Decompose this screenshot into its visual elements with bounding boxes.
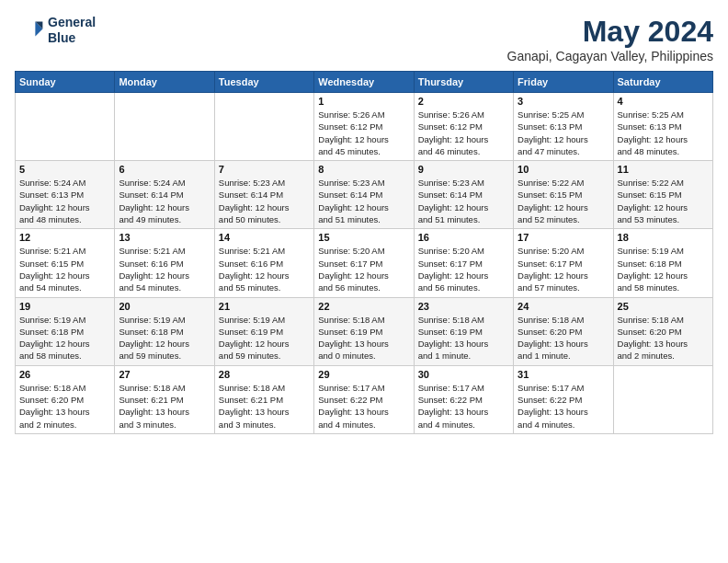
calendar-cell: 20Sunrise: 5:19 AM Sunset: 6:18 PM Dayli… xyxy=(115,297,214,365)
calendar-cell: 25Sunrise: 5:18 AM Sunset: 6:20 PM Dayli… xyxy=(613,297,712,365)
cell-info: Sunrise: 5:17 AM Sunset: 6:22 PM Dayligh… xyxy=(318,382,409,431)
cell-info: Sunrise: 5:18 AM Sunset: 6:19 PM Dayligh… xyxy=(318,314,409,362)
cell-info: Sunrise: 5:26 AM Sunset: 6:12 PM Dayligh… xyxy=(418,109,509,157)
cell-info: Sunrise: 5:21 AM Sunset: 6:16 PM Dayligh… xyxy=(219,245,310,293)
date-number: 10 xyxy=(518,164,609,175)
calendar-cell: 30Sunrise: 5:17 AM Sunset: 6:22 PM Dayli… xyxy=(414,365,513,433)
cell-info: Sunrise: 5:19 AM Sunset: 6:18 PM Dayligh… xyxy=(618,245,709,293)
cell-info: Sunrise: 5:24 AM Sunset: 6:13 PM Dayligh… xyxy=(19,177,110,225)
calendar-cell: 17Sunrise: 5:20 AM Sunset: 6:17 PM Dayli… xyxy=(514,229,613,297)
calendar-cell: 13Sunrise: 5:21 AM Sunset: 6:16 PM Dayli… xyxy=(115,229,214,297)
calendar-cell: 6Sunrise: 5:24 AM Sunset: 6:14 PM Daylig… xyxy=(115,161,214,229)
date-number: 31 xyxy=(518,369,609,380)
calendar-cell: 16Sunrise: 5:20 AM Sunset: 6:17 PM Dayli… xyxy=(414,229,513,297)
cell-info: Sunrise: 5:21 AM Sunset: 6:16 PM Dayligh… xyxy=(119,245,210,293)
calendar-cell: 3Sunrise: 5:25 AM Sunset: 6:13 PM Daylig… xyxy=(514,93,613,161)
date-number: 15 xyxy=(318,232,409,243)
date-number: 29 xyxy=(318,369,409,380)
calendar-cell: 2Sunrise: 5:26 AM Sunset: 6:12 PM Daylig… xyxy=(414,93,513,161)
day-header-wednesday: Wednesday xyxy=(314,72,414,93)
cell-info: Sunrise: 5:23 AM Sunset: 6:14 PM Dayligh… xyxy=(219,177,310,225)
date-number: 8 xyxy=(318,164,409,175)
week-row-4: 19Sunrise: 5:19 AM Sunset: 6:18 PM Dayli… xyxy=(16,297,713,365)
date-number: 7 xyxy=(219,164,310,175)
week-row-3: 12Sunrise: 5:21 AM Sunset: 6:15 PM Dayli… xyxy=(16,229,713,297)
calendar-cell: 12Sunrise: 5:21 AM Sunset: 6:15 PM Dayli… xyxy=(16,229,115,297)
calendar-cell: 29Sunrise: 5:17 AM Sunset: 6:22 PM Dayli… xyxy=(314,365,414,433)
days-header-row: SundayMondayTuesdayWednesdayThursdayFrid… xyxy=(16,72,713,93)
calendar-title: May 2024 xyxy=(507,15,713,49)
cell-info: Sunrise: 5:17 AM Sunset: 6:22 PM Dayligh… xyxy=(518,382,609,431)
cell-info: Sunrise: 5:19 AM Sunset: 6:18 PM Dayligh… xyxy=(19,314,110,362)
calendar-cell: 10Sunrise: 5:22 AM Sunset: 6:15 PM Dayli… xyxy=(514,161,613,229)
week-row-1: 1Sunrise: 5:26 AM Sunset: 6:12 PM Daylig… xyxy=(16,93,713,161)
calendar-cell: 15Sunrise: 5:20 AM Sunset: 6:17 PM Dayli… xyxy=(314,229,414,297)
date-number: 4 xyxy=(618,96,709,107)
date-number: 11 xyxy=(618,164,709,175)
date-number: 3 xyxy=(518,96,609,107)
cell-info: Sunrise: 5:18 AM Sunset: 6:20 PM Dayligh… xyxy=(518,314,609,362)
cell-info: Sunrise: 5:18 AM Sunset: 6:20 PM Dayligh… xyxy=(19,382,110,431)
date-number: 23 xyxy=(418,301,509,312)
date-number: 5 xyxy=(19,164,110,175)
calendar-cell: 9Sunrise: 5:23 AM Sunset: 6:14 PM Daylig… xyxy=(414,161,513,229)
date-number: 6 xyxy=(119,164,210,175)
date-number: 22 xyxy=(318,301,409,312)
calendar-cell xyxy=(214,93,313,161)
calendar-cell xyxy=(16,93,115,161)
date-number: 14 xyxy=(219,232,310,243)
date-number: 27 xyxy=(119,369,210,380)
header: General Blue May 2024 Ganapi, Cagayan Va… xyxy=(15,15,713,63)
date-number: 16 xyxy=(418,232,509,243)
cell-info: Sunrise: 5:19 AM Sunset: 6:19 PM Dayligh… xyxy=(219,314,310,362)
calendar-cell: 28Sunrise: 5:18 AM Sunset: 6:21 PM Dayli… xyxy=(214,365,313,433)
cell-info: Sunrise: 5:23 AM Sunset: 6:14 PM Dayligh… xyxy=(418,177,509,225)
calendar-cell: 24Sunrise: 5:18 AM Sunset: 6:20 PM Dayli… xyxy=(514,297,613,365)
calendar-cell: 8Sunrise: 5:23 AM Sunset: 6:14 PM Daylig… xyxy=(314,161,414,229)
cell-info: Sunrise: 5:25 AM Sunset: 6:13 PM Dayligh… xyxy=(618,109,709,157)
cell-info: Sunrise: 5:24 AM Sunset: 6:14 PM Dayligh… xyxy=(119,177,210,225)
calendar-cell: 18Sunrise: 5:19 AM Sunset: 6:18 PM Dayli… xyxy=(613,229,712,297)
calendar-subtitle: Ganapi, Cagayan Valley, Philippines xyxy=(507,49,713,63)
cell-info: Sunrise: 5:18 AM Sunset: 6:21 PM Dayligh… xyxy=(119,382,210,431)
date-number: 20 xyxy=(119,301,210,312)
cell-info: Sunrise: 5:19 AM Sunset: 6:18 PM Dayligh… xyxy=(119,314,210,362)
calendar-cell: 4Sunrise: 5:25 AM Sunset: 6:13 PM Daylig… xyxy=(613,93,712,161)
calendar-cell: 7Sunrise: 5:23 AM Sunset: 6:14 PM Daylig… xyxy=(214,161,313,229)
date-number: 24 xyxy=(518,301,609,312)
date-number: 13 xyxy=(119,232,210,243)
logo: General Blue xyxy=(15,15,96,46)
title-area: May 2024 Ganapi, Cagayan Valley, Philipp… xyxy=(507,15,713,63)
date-number: 1 xyxy=(318,96,409,107)
date-number: 21 xyxy=(219,301,310,312)
day-header-friday: Friday xyxy=(514,72,613,93)
cell-info: Sunrise: 5:20 AM Sunset: 6:17 PM Dayligh… xyxy=(518,245,609,293)
calendar-cell: 1Sunrise: 5:26 AM Sunset: 6:12 PM Daylig… xyxy=(314,93,414,161)
cell-info: Sunrise: 5:26 AM Sunset: 6:12 PM Dayligh… xyxy=(318,109,409,157)
day-header-monday: Monday xyxy=(115,72,214,93)
calendar-cell: 5Sunrise: 5:24 AM Sunset: 6:13 PM Daylig… xyxy=(16,161,115,229)
calendar-cell: 14Sunrise: 5:21 AM Sunset: 6:16 PM Dayli… xyxy=(214,229,313,297)
calendar-cell: 27Sunrise: 5:18 AM Sunset: 6:21 PM Dayli… xyxy=(115,365,214,433)
cell-info: Sunrise: 5:18 AM Sunset: 6:21 PM Dayligh… xyxy=(219,382,310,431)
cell-info: Sunrise: 5:20 AM Sunset: 6:17 PM Dayligh… xyxy=(418,245,509,293)
cell-info: Sunrise: 5:17 AM Sunset: 6:22 PM Dayligh… xyxy=(418,382,509,431)
calendar-cell: 19Sunrise: 5:19 AM Sunset: 6:18 PM Dayli… xyxy=(16,297,115,365)
day-header-tuesday: Tuesday xyxy=(214,72,313,93)
calendar-cell xyxy=(115,93,214,161)
day-header-sunday: Sunday xyxy=(16,72,115,93)
calendar-cell: 11Sunrise: 5:22 AM Sunset: 6:15 PM Dayli… xyxy=(613,161,712,229)
cell-info: Sunrise: 5:20 AM Sunset: 6:17 PM Dayligh… xyxy=(318,245,409,293)
calendar-table: SundayMondayTuesdayWednesdayThursdayFrid… xyxy=(15,71,713,434)
date-number: 19 xyxy=(19,301,110,312)
cell-info: Sunrise: 5:23 AM Sunset: 6:14 PM Dayligh… xyxy=(318,177,409,225)
date-number: 9 xyxy=(418,164,509,175)
logo-icon xyxy=(15,16,44,45)
date-number: 26 xyxy=(19,369,110,380)
cell-info: Sunrise: 5:21 AM Sunset: 6:15 PM Dayligh… xyxy=(19,245,110,293)
calendar-cell: 31Sunrise: 5:17 AM Sunset: 6:22 PM Dayli… xyxy=(514,365,613,433)
week-row-2: 5Sunrise: 5:24 AM Sunset: 6:13 PM Daylig… xyxy=(16,161,713,229)
calendar-cell: 26Sunrise: 5:18 AM Sunset: 6:20 PM Dayli… xyxy=(16,365,115,433)
date-number: 18 xyxy=(618,232,709,243)
cell-info: Sunrise: 5:18 AM Sunset: 6:20 PM Dayligh… xyxy=(618,314,709,362)
